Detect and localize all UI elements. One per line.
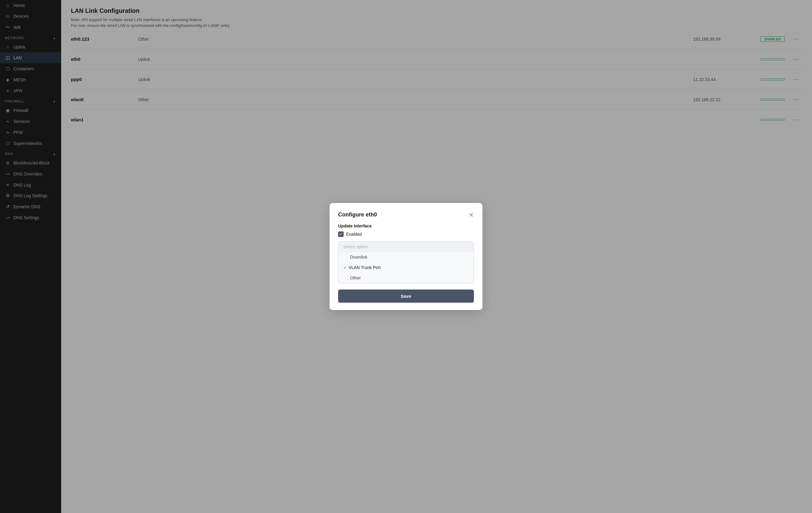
enabled-checkbox[interactable] bbox=[338, 231, 344, 237]
save-button[interactable]: Save bbox=[338, 289, 474, 303]
modal-header: Configure eth0 ✕ bbox=[338, 211, 474, 218]
modal-section-label: Update Interface bbox=[338, 224, 474, 228]
configure-modal: Configure eth0 ✕ Update Interface Enable… bbox=[329, 203, 483, 310]
interface-type-dropdown[interactable]: Select option Downlink ✓ VLAN Trunk Port… bbox=[338, 241, 474, 283]
dropdown-placeholder[interactable]: Select option bbox=[339, 241, 473, 252]
enabled-checkbox-row: Enabled bbox=[338, 231, 474, 237]
modal-overlay[interactable]: Configure eth0 ✕ Update Interface Enable… bbox=[61, 0, 812, 513]
main-content: LAN Link Configuration Note: API support… bbox=[61, 0, 812, 513]
checkmark-icon: ✓ bbox=[343, 265, 347, 270]
dropdown-option-downlink[interactable]: Downlink bbox=[339, 252, 473, 262]
enabled-label: Enabled bbox=[346, 232, 362, 237]
dropdown-option-other[interactable]: Other bbox=[339, 273, 473, 283]
modal-close-button[interactable]: ✕ bbox=[469, 212, 474, 218]
dropdown-option-vlan-trunk-port[interactable]: ✓ VLAN Trunk Port bbox=[339, 262, 473, 273]
modal-title: Configure eth0 bbox=[338, 211, 377, 218]
